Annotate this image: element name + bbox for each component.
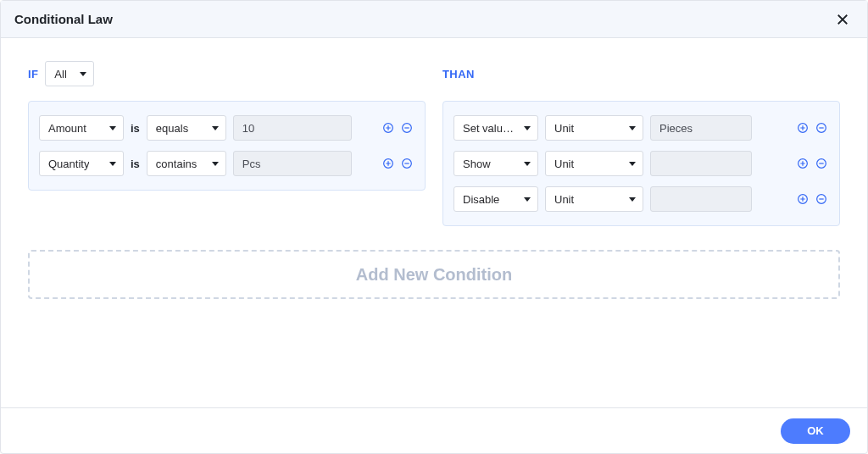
than-rule-row: Disable Unit xyxy=(453,181,829,217)
add-new-condition-button[interactable]: Add New Condition xyxy=(28,250,840,299)
chevron-down-icon xyxy=(109,162,116,166)
modal-footer: OK xyxy=(1,407,867,453)
add-row-button[interactable] xyxy=(795,120,810,136)
target-select[interactable]: Unit xyxy=(545,115,643,141)
operator-value: contains xyxy=(156,158,197,170)
modal-body: IF All Amount is equals xyxy=(1,38,867,407)
arg-input[interactable]: Pieces xyxy=(650,115,752,141)
target-select[interactable]: Unit xyxy=(545,186,643,212)
than-rule-row: Show Unit xyxy=(453,146,829,181)
action-select[interactable]: Show xyxy=(453,151,538,176)
remove-row-button[interactable] xyxy=(814,156,829,171)
action-value: Show xyxy=(463,158,491,170)
if-keyword: IF xyxy=(28,68,38,80)
add-row-button[interactable] xyxy=(381,120,396,136)
row-actions xyxy=(381,156,415,171)
minus-circle-icon xyxy=(400,157,414,170)
if-rule-row: Amount is equals 10 xyxy=(39,110,415,146)
is-label: is xyxy=(131,158,140,170)
add-row-button[interactable] xyxy=(381,156,396,171)
remove-row-button[interactable] xyxy=(399,120,415,136)
minus-circle-icon xyxy=(815,121,828,135)
plus-circle-icon xyxy=(796,121,810,135)
plus-circle-icon xyxy=(796,157,810,170)
action-select[interactable]: Disable xyxy=(453,186,538,212)
arg-input[interactable] xyxy=(650,151,752,176)
plus-circle-icon xyxy=(381,157,395,170)
than-rule-box: Set value ... Unit Pieces xyxy=(442,101,840,226)
action-select[interactable]: Set value ... xyxy=(453,115,538,141)
remove-row-button[interactable] xyxy=(814,120,829,136)
than-keyword: THAN xyxy=(442,68,475,80)
if-quantifier-select[interactable]: All xyxy=(45,61,94,86)
chevron-down-icon xyxy=(524,162,531,166)
if-column: IF All Amount is equals xyxy=(28,62,426,226)
remove-row-button[interactable] xyxy=(399,156,415,171)
close-button[interactable] xyxy=(832,8,854,30)
is-label: is xyxy=(131,122,140,135)
if-quantifier-value: All xyxy=(54,68,66,80)
value-text: Pcs xyxy=(242,158,261,170)
row-actions xyxy=(381,120,415,136)
value-input[interactable]: 10 xyxy=(233,115,352,141)
modal-title: Conditional Law xyxy=(14,12,113,26)
remove-row-button[interactable] xyxy=(814,191,829,207)
field-select[interactable]: Amount xyxy=(39,115,124,141)
chevron-down-icon xyxy=(629,126,636,130)
conditional-law-modal: Conditional Law IF All Amount xyxy=(0,0,868,454)
if-header: IF All xyxy=(28,62,426,86)
plus-circle-icon xyxy=(796,192,810,206)
chevron-down-icon xyxy=(109,126,116,130)
columns: IF All Amount is equals xyxy=(28,62,840,226)
value-text: 10 xyxy=(242,122,254,135)
if-rule-box: Amount is equals 10 xyxy=(28,101,426,191)
add-new-label: Add New Condition xyxy=(356,265,512,285)
field-select[interactable]: Quantity xyxy=(39,151,124,176)
row-actions xyxy=(795,156,829,171)
target-value: Unit xyxy=(554,158,574,170)
minus-circle-icon xyxy=(815,192,828,206)
minus-circle-icon xyxy=(400,121,414,135)
target-value: Unit xyxy=(554,122,574,135)
modal-header: Conditional Law xyxy=(1,1,867,38)
plus-circle-icon xyxy=(381,121,395,135)
chevron-down-icon xyxy=(212,126,219,130)
minus-circle-icon xyxy=(815,157,828,170)
operator-value: equals xyxy=(156,122,188,135)
arg-input[interactable] xyxy=(650,186,752,212)
close-icon xyxy=(835,12,850,27)
operator-select[interactable]: contains xyxy=(147,151,226,176)
ok-button[interactable]: OK xyxy=(781,418,850,444)
chevron-down-icon xyxy=(629,197,636,202)
chevron-down-icon xyxy=(212,162,219,166)
add-row-button[interactable] xyxy=(795,191,810,207)
target-value: Unit xyxy=(554,193,574,206)
field-value: Amount xyxy=(48,122,86,135)
row-actions xyxy=(795,191,829,207)
arg-text: Pieces xyxy=(659,122,693,135)
if-rule-row: Quantity is contains Pcs xyxy=(39,146,415,181)
operator-select[interactable]: equals xyxy=(147,115,226,141)
value-input[interactable]: Pcs xyxy=(233,151,352,176)
than-header: THAN xyxy=(442,62,840,86)
action-value: Disable xyxy=(463,193,499,206)
row-actions xyxy=(795,120,829,136)
add-row-button[interactable] xyxy=(795,156,810,171)
chevron-down-icon xyxy=(524,197,531,202)
chevron-down-icon xyxy=(524,126,531,130)
than-rule-row: Set value ... Unit Pieces xyxy=(453,110,829,146)
action-value: Set value ... xyxy=(463,122,519,135)
than-column: THAN Set value ... Unit Pieces xyxy=(442,62,840,226)
field-value: Quantity xyxy=(48,158,89,170)
chevron-down-icon xyxy=(629,162,636,166)
target-select[interactable]: Unit xyxy=(545,151,643,176)
chevron-down-icon xyxy=(80,72,86,76)
